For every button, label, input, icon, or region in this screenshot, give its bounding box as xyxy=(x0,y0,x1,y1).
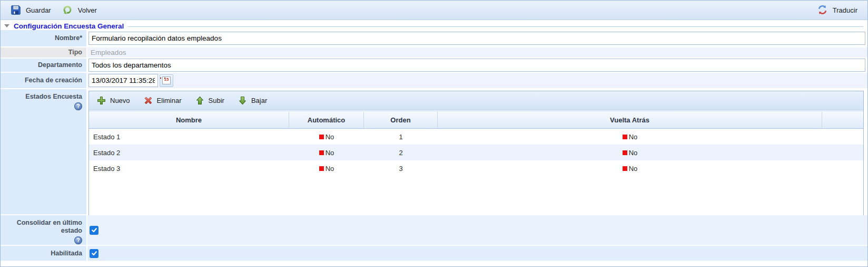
calendar-icon: 15 xyxy=(162,77,171,84)
translate-button[interactable]: Traducir xyxy=(814,3,861,17)
tipo-field-cell: Empleados xyxy=(86,47,867,59)
consolidar-checkbox[interactable] xyxy=(90,226,98,235)
grid-delete-button[interactable]: Eliminar xyxy=(140,94,186,107)
fecha-input[interactable] xyxy=(88,74,158,87)
fecha-label-cell: Fecha de creación xyxy=(1,73,86,89)
cell-orden: 3 xyxy=(364,160,438,176)
estados-field-cell: Nuevo Eliminar xyxy=(86,89,867,215)
checkmark-icon xyxy=(91,227,97,233)
nombre-field-cell xyxy=(86,30,867,47)
table-row-estado-1[interactable]: Estado 1 No 1 No xyxy=(89,129,863,145)
column-header-orden[interactable]: Orden xyxy=(364,112,438,128)
column-header-nombre[interactable]: Nombre xyxy=(89,112,289,128)
grid-header-row: Nombre Automático Orden Vuelta Atrás xyxy=(89,112,863,129)
departamento-input[interactable] xyxy=(88,59,865,72)
red-square-icon xyxy=(319,150,324,155)
top-toolbar: Guardar Volver xyxy=(1,1,867,20)
grid-new-label: Nuevo xyxy=(110,97,130,104)
fieldset-border-line xyxy=(128,26,863,27)
tipo-label-cell: Tipo xyxy=(1,47,86,59)
consolidar-help-icon[interactable]: ? xyxy=(74,236,82,244)
translate-icon xyxy=(817,5,828,15)
form-row-estados: Estados Encuesta ? xyxy=(1,89,867,215)
survey-config-window: Guardar Volver xyxy=(0,0,868,267)
cell-automatico: No xyxy=(289,145,364,160)
cell-automatico: No xyxy=(289,160,364,176)
red-cross-icon xyxy=(144,96,153,105)
column-header-automatico[interactable]: Automático xyxy=(289,112,364,128)
cell-vuelta-atras: No xyxy=(438,145,822,160)
grid-empty-area xyxy=(89,176,863,215)
table-row-estado-3[interactable]: Estado 3 No 3 No xyxy=(89,160,863,176)
checkmark-icon xyxy=(91,250,97,256)
fieldset-legend-title: Configuración Encuesta General xyxy=(14,22,124,30)
grid-up-label: Subir xyxy=(209,97,224,104)
cell-vuelta-atras-text: No xyxy=(629,149,638,157)
grid-new-button[interactable]: Nuevo xyxy=(93,94,134,107)
habilitada-label-cell: Habilitada xyxy=(1,246,86,262)
consolidar-label-cell: Consolidar en último estado ? xyxy=(1,215,86,246)
estados-label: Estados Encuesta xyxy=(25,93,82,101)
nombre-input[interactable] xyxy=(88,32,865,45)
red-square-icon xyxy=(319,166,324,171)
nombre-label: Nombre* xyxy=(55,34,82,42)
cell-nombre: Estado 3 xyxy=(89,160,289,176)
estados-label-cell: Estados Encuesta ? xyxy=(1,89,86,215)
departamento-label: Departamento xyxy=(38,61,82,69)
grid-delete-label: Eliminar xyxy=(157,97,182,104)
nombre-label-cell: Nombre* xyxy=(1,30,86,47)
column-header-vuelta-atras[interactable]: Vuelta Atrás xyxy=(438,112,822,128)
tipo-label: Tipo xyxy=(68,49,82,56)
tipo-value: Empleados xyxy=(88,49,126,56)
form-row-consolidar: Consolidar en último estado ? xyxy=(1,215,867,246)
consolidar-label: Consolidar en último estado xyxy=(3,219,82,235)
fecha-label: Fecha de creación xyxy=(25,77,82,84)
fieldset-legend-row: Configuración Encuesta General xyxy=(1,20,867,30)
estados-grid: Nuevo Eliminar xyxy=(88,91,864,216)
cell-orden: 1 xyxy=(364,129,438,145)
arrow-up-icon xyxy=(195,96,204,105)
habilitada-checkbox[interactable] xyxy=(90,249,98,258)
column-header-filler xyxy=(822,112,863,128)
departamento-field-cell xyxy=(86,59,867,73)
save-floppy-icon xyxy=(11,5,21,15)
grid-down-label: Bajar xyxy=(251,97,267,104)
save-button-label: Guardar xyxy=(26,6,51,14)
back-button-label: Volver xyxy=(78,6,97,14)
table-row-estado-2[interactable]: Estado 2 No 2 No xyxy=(89,145,863,160)
cell-orden: 2 xyxy=(364,145,438,160)
departamento-label-cell: Departamento xyxy=(1,59,86,73)
cell-automatico-text: No xyxy=(326,165,334,173)
cell-vuelta-atras-text: No xyxy=(629,133,638,141)
fecha-field-cell: 15 xyxy=(86,73,867,89)
grid-up-button[interactable]: Subir xyxy=(191,94,229,107)
cell-vuelta-atras: No xyxy=(438,129,822,145)
consolidar-field-cell xyxy=(86,215,867,246)
back-arrow-icon xyxy=(63,5,73,15)
translate-button-label: Traducir xyxy=(833,6,857,14)
cell-automatico-text: No xyxy=(326,133,334,141)
habilitada-field-cell xyxy=(86,246,867,262)
cell-automatico-text: No xyxy=(326,149,334,157)
red-square-icon xyxy=(319,135,324,139)
form-row-departamento: Departamento xyxy=(1,59,867,73)
form-row-habilitada: Habilitada xyxy=(1,246,867,262)
back-button[interactable]: Volver xyxy=(59,3,101,17)
cell-vuelta-atras-text: No xyxy=(629,165,638,173)
red-square-icon xyxy=(623,166,627,171)
grid-down-button[interactable]: Bajar xyxy=(234,94,271,107)
cell-vuelta-atras: No xyxy=(438,160,822,176)
save-button[interactable]: Guardar xyxy=(7,3,55,17)
estados-help-icon[interactable]: ? xyxy=(74,102,82,110)
arrow-down-icon xyxy=(238,96,247,105)
red-square-icon xyxy=(623,150,627,155)
calendar-trigger-button[interactable]: 15 xyxy=(160,74,173,87)
form-row-tipo: Tipo Empleados xyxy=(1,47,867,59)
form-row-nombre: Nombre* xyxy=(1,30,867,47)
bottom-filler xyxy=(1,262,867,266)
form-row-fecha: Fecha de creación 15 xyxy=(1,73,867,89)
habilitada-label: Habilitada xyxy=(51,250,82,258)
cell-nombre: Estado 2 xyxy=(89,145,289,160)
cell-nombre: Estado 1 xyxy=(89,129,289,145)
collapse-fieldset-icon[interactable] xyxy=(4,24,9,27)
